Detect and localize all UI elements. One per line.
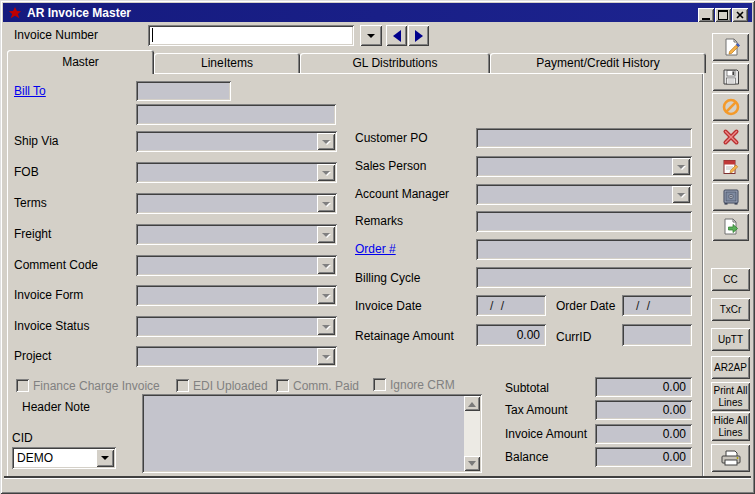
chevron-down-icon[interactable] xyxy=(317,348,335,365)
bill-to-code-field[interactable] xyxy=(136,81,231,101)
bottom-groove-highlight xyxy=(4,478,751,479)
chevron-down-icon[interactable] xyxy=(96,449,114,467)
cid-value: DEMO xyxy=(17,451,53,465)
fob-select[interactable] xyxy=(136,162,337,183)
invoice-date-field[interactable]: / / xyxy=(476,295,546,316)
invoice-status-label: Invoice Status xyxy=(14,319,89,333)
chevron-down-icon[interactable] xyxy=(317,133,335,150)
edit-note-button[interactable] xyxy=(712,153,749,181)
order-date-label: Order Date xyxy=(556,299,615,313)
tab-lineitems[interactable]: LineItems xyxy=(154,53,300,73)
cancel-icon xyxy=(721,97,741,117)
chevron-down-icon[interactable] xyxy=(317,164,335,181)
order-date-field[interactable]: / / xyxy=(622,295,692,316)
invoice-number-dropdown-button[interactable] xyxy=(360,25,382,46)
minimize-button[interactable] xyxy=(698,8,714,22)
invoice-date-label: Invoice Date xyxy=(355,299,422,313)
print-button[interactable] xyxy=(711,444,750,472)
close-button[interactable] xyxy=(732,8,748,22)
bill-to-link[interactable]: Bill To xyxy=(14,84,46,98)
invoice-form-select[interactable] xyxy=(136,285,337,306)
header-note-scrollbar[interactable] xyxy=(464,396,480,471)
scroll-up-button[interactable] xyxy=(464,396,480,411)
order-number-field[interactable] xyxy=(476,239,692,260)
ar-invoice-master-window: AR Invoice Master Invoice Number Master … xyxy=(0,0,755,494)
safe-icon xyxy=(721,187,741,207)
billing-cycle-label: Billing Cycle xyxy=(355,271,420,285)
close-icon xyxy=(736,11,744,19)
maximize-icon xyxy=(718,10,728,20)
sales-person-select[interactable] xyxy=(476,156,692,177)
project-select[interactable] xyxy=(136,346,337,367)
scroll-up-icon xyxy=(468,398,476,407)
save-icon xyxy=(721,67,741,87)
scroll-down-button[interactable] xyxy=(464,456,480,471)
customer-po-label: Customer PO xyxy=(355,131,428,145)
tab-master[interactable]: Master xyxy=(7,50,154,74)
scroll-down-icon xyxy=(468,461,476,470)
chevron-down-icon[interactable] xyxy=(317,287,335,304)
ignore-crm-label: Ignore CRM xyxy=(390,378,455,392)
retainage-amount-field[interactable]: 0.00 xyxy=(476,324,546,346)
finance-charge-invoice-checkbox[interactable] xyxy=(16,379,29,392)
freight-label: Freight xyxy=(14,227,51,241)
cid-select[interactable]: DEMO xyxy=(12,447,116,469)
export-button[interactable] xyxy=(712,213,749,241)
previous-invoice-button[interactable] xyxy=(386,25,407,46)
edit-invoice-button[interactable] xyxy=(712,33,749,61)
comment-code-select[interactable] xyxy=(136,255,337,276)
balance-label: Balance xyxy=(505,450,548,464)
customer-po-field[interactable] xyxy=(476,128,692,148)
print-all-lines-button[interactable]: Print All Lines xyxy=(711,382,750,411)
chevron-down-icon[interactable] xyxy=(672,158,690,175)
cc-button[interactable]: CC xyxy=(711,268,750,291)
tab-gl-distributions[interactable]: GL Distributions xyxy=(300,53,490,73)
currid-field[interactable] xyxy=(622,324,692,346)
ar2ap-button[interactable]: AR2AP xyxy=(711,356,750,379)
arrow-left-icon xyxy=(393,30,401,42)
cid-label: CID xyxy=(12,431,33,445)
chevron-down-icon[interactable] xyxy=(317,318,335,335)
project-label: Project xyxy=(14,349,51,363)
terms-select[interactable] xyxy=(136,193,337,214)
panel-left-edge xyxy=(7,73,8,477)
chevron-down-icon[interactable] xyxy=(317,226,335,243)
tax-amount-field: 0.00 xyxy=(595,400,692,420)
delete-button[interactable] xyxy=(712,123,749,151)
save-button[interactable] xyxy=(712,63,749,91)
cancel-button[interactable] xyxy=(712,93,749,121)
hide-all-lines-button[interactable]: Hide All Lines xyxy=(711,412,750,441)
freight-select[interactable] xyxy=(136,224,337,245)
invoice-number-input[interactable] xyxy=(148,25,354,46)
comment-code-label: Comment Code xyxy=(14,258,98,272)
ship-via-select[interactable] xyxy=(136,131,337,152)
chevron-down-icon[interactable] xyxy=(317,257,335,274)
account-manager-select[interactable] xyxy=(476,184,692,205)
app-icon xyxy=(8,6,22,20)
edi-uploaded-checkbox[interactable] xyxy=(176,379,189,392)
safe-button[interactable] xyxy=(712,183,749,211)
chevron-down-icon[interactable] xyxy=(317,195,335,212)
remarks-field[interactable] xyxy=(476,211,692,232)
uptt-button[interactable]: UpTT xyxy=(711,328,750,351)
chevron-down-icon[interactable] xyxy=(672,186,690,203)
remarks-label: Remarks xyxy=(355,214,403,228)
minimize-icon xyxy=(702,18,710,20)
ignore-crm-checkbox[interactable] xyxy=(373,378,386,391)
comm-paid-checkbox[interactable] xyxy=(276,379,289,392)
chevron-down-icon xyxy=(367,34,375,42)
currid-label: CurrID xyxy=(556,330,591,344)
tab-payment-credit-history[interactable]: Payment/Credit History xyxy=(490,53,706,73)
bill-to-name-field[interactable] xyxy=(136,104,336,125)
maximize-button[interactable] xyxy=(715,8,731,22)
txcr-button[interactable]: TxCr xyxy=(711,298,750,321)
subtotal-label: Subtotal xyxy=(505,381,549,395)
header-note-textarea[interactable] xyxy=(142,394,482,473)
finance-charge-invoice-label: Finance Charge Invoice xyxy=(33,379,160,393)
order-number-link[interactable]: Order # xyxy=(355,242,396,256)
comm-paid-label: Comm. Paid xyxy=(293,379,359,393)
billing-cycle-field[interactable] xyxy=(476,267,692,288)
ship-via-label: Ship Via xyxy=(14,134,58,148)
invoice-status-select[interactable] xyxy=(136,316,337,337)
next-invoice-button[interactable] xyxy=(408,25,429,46)
